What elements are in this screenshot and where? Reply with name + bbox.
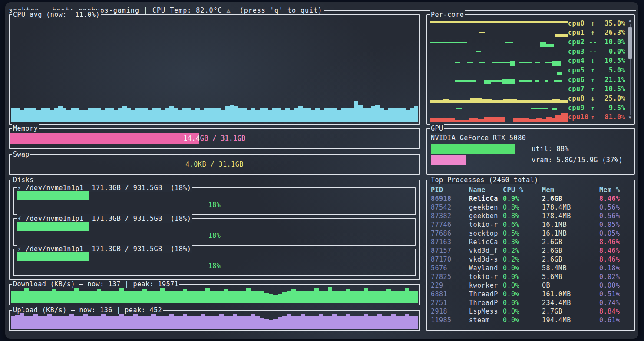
- process-name: ThreadP: [469, 298, 503, 307]
- process-cpu: 0.6%: [503, 220, 542, 229]
- disk-usage-bar: [17, 252, 89, 261]
- gpu-vram-row: vram: 5.8G/15.9G (37%): [431, 155, 631, 165]
- process-name: ThreadP: [469, 290, 503, 298]
- core-trend-icon: ↑: [589, 76, 597, 84]
- core-value: 26.3%: [597, 29, 625, 36]
- core-sparkline: [430, 66, 568, 75]
- core-sparkline: [430, 19, 568, 28]
- core-sparkline: [430, 75, 568, 85]
- core-trend-icon: --: [589, 38, 597, 46]
- per-core-title: Per-core: [430, 10, 465, 19]
- core-label: cpu9↑9.5%: [568, 104, 625, 112]
- core-trend-icon: ↑: [589, 66, 597, 74]
- process-mem: 16.1MB: [542, 229, 599, 238]
- process-pid: 229: [431, 281, 469, 290]
- core-row: cpu8↓25.0%: [430, 94, 625, 103]
- process-mem: 2.6GB: [542, 246, 599, 255]
- disk-list: ⚡ /dev/nvme1n1p1 171.3GB / 931.5GB (18%)…: [13, 187, 416, 276]
- core-row: cpu1↑26.3%: [430, 28, 625, 38]
- scroll-up-icon[interactable]: ▲: [629, 18, 632, 24]
- core-trend-icon: --: [589, 48, 597, 56]
- process-row: 229kworker0.0%0B0.00%: [431, 281, 631, 290]
- disk-usage-percent: 18%: [14, 231, 415, 240]
- scrollbar-thumb[interactable]: [628, 27, 632, 58]
- core-row: cpu5↑5.0%: [430, 66, 625, 75]
- per-core-panel: Per-core cpu0↑35.0%cpu1↑26.3%cpu2--10.0%…: [426, 14, 635, 125]
- core-value: 81.0%: [597, 113, 625, 121]
- process-mem-pct: 0.02%: [599, 272, 631, 281]
- process-cpu: 0.0%: [503, 272, 542, 281]
- process-pid: 77825: [431, 272, 469, 281]
- processes-panel: Top Processes (2460 total) PID Name CPU …: [426, 180, 635, 331]
- process-row: 77825tokio-r0.0%5.6MB0.02%: [431, 272, 631, 281]
- download-chart: [11, 286, 418, 303]
- disks-panel: Disks ⚡ /dev/nvme1n1p1 171.3GB / 931.5GB…: [9, 180, 420, 280]
- process-pid: 87163: [431, 238, 469, 246]
- titlebar-rule: [324, 10, 636, 11]
- swap-gauge-label: 4.0KB / 31.1GB: [10, 159, 419, 170]
- core-label: cpu8↓25.0%: [568, 95, 625, 102]
- process-mem: 161.0MB: [542, 290, 599, 298]
- process-mem-pct: 0.05%: [599, 220, 631, 229]
- memory-gauge: 14.4GB / 31.1GB 14.4GB / 31.1GB: [10, 133, 419, 144]
- process-cpu: 0.8%: [503, 203, 542, 212]
- process-row: 87157vkd3d_f0.2%2.6GB8.46%: [431, 246, 631, 255]
- per-core-scrollbar[interactable]: ▲ ▼: [627, 18, 633, 121]
- col-header-mem: Mem: [542, 186, 599, 194]
- process-row: 2751ThreadP0.0%234.4MB0.74%: [431, 298, 631, 307]
- process-mem: 178.4MB: [542, 203, 599, 212]
- process-cpu: 0.0%: [503, 264, 542, 272]
- col-header-pid: PID: [431, 186, 469, 194]
- process-row: 87542geekben0.8%178.4MB0.56%: [431, 203, 631, 212]
- process-mem: 2.6GB: [542, 194, 599, 203]
- process-mem: 58.4MB: [542, 264, 599, 272]
- process-row: 6881ThreadP0.0%161.0MB0.51%: [431, 290, 631, 298]
- core-value: 10.5%: [597, 85, 625, 93]
- process-mem: 5.6MB: [542, 272, 599, 281]
- upload-panel: Upload (KB/s) — now: 136 | peak: 452: [9, 310, 420, 331]
- core-row: cpu0↑35.0%: [430, 19, 625, 28]
- core-row: cpu9↑9.5%: [430, 103, 625, 113]
- core-trend-icon: ↑: [589, 29, 597, 36]
- core-label: cpu7↑10.5%: [568, 85, 625, 93]
- process-mem-pct: 0.05%: [599, 229, 631, 238]
- process-name: socktop: [469, 229, 503, 238]
- process-pid: 2918: [431, 307, 469, 316]
- col-header-memp: Mem %: [599, 186, 631, 194]
- core-value: 21.1%: [597, 76, 625, 84]
- disk-usage-percent: 18%: [14, 261, 415, 271]
- disk-item: ⚡ /dev/nvme1n1p1 171.3GB / 931.5GB (18%)…: [13, 249, 416, 276]
- process-mem-pct: 8.84%: [599, 307, 631, 316]
- process-row: 77686socktop0.5%16.1MB0.05%: [431, 229, 631, 238]
- process-row: 2918LspMess0.0%2.7GB8.84%: [431, 307, 631, 316]
- core-value: 25.0%: [597, 95, 625, 102]
- process-mem-pct: 8.46%: [599, 194, 631, 203]
- core-name: cpu6: [568, 76, 589, 84]
- core-name: cpu1: [568, 29, 589, 36]
- process-pid: 6881: [431, 290, 469, 298]
- memory-title: Memory: [12, 124, 39, 133]
- memory-panel: Memory 14.4GB / 31.1GB 14.4GB / 31.1GB: [9, 128, 420, 149]
- core-value: 35.0%: [597, 20, 625, 27]
- scrollbar-rail[interactable]: [627, 24, 633, 115]
- process-mem-pct: 8.46%: [599, 255, 631, 264]
- process-mem: 2.7GB: [542, 307, 599, 316]
- process-pid: 86918: [431, 194, 469, 203]
- process-row: 5676Wayland0.0%58.4MB0.18%: [431, 264, 631, 272]
- process-cpu: 0.0%: [503, 316, 542, 325]
- swap-panel: Swap 4.0KB / 31.1GB: [9, 154, 420, 175]
- process-mem: 16.1MB: [542, 220, 599, 229]
- core-trend-icon: ↑: [589, 113, 597, 121]
- process-row: 87163RelicCa0.3%2.6GB8.46%: [431, 238, 631, 246]
- process-name: vkd3d-s: [469, 255, 503, 264]
- scroll-down-icon[interactable]: ▼: [629, 115, 632, 121]
- core-row: cpu2--10.0%: [430, 37, 625, 47]
- disks-title: Disks: [12, 176, 35, 184]
- process-name: LspMess: [469, 307, 503, 316]
- download-panel: Download (KB/s) — now: 137 | peak: 19571: [9, 284, 420, 305]
- process-cpu: 0.0%: [503, 307, 542, 316]
- process-pid: 77746: [431, 220, 469, 229]
- process-cpu: 0.2%: [503, 246, 542, 255]
- process-pid: 87170: [431, 255, 469, 264]
- process-name: tokio-r: [469, 272, 503, 281]
